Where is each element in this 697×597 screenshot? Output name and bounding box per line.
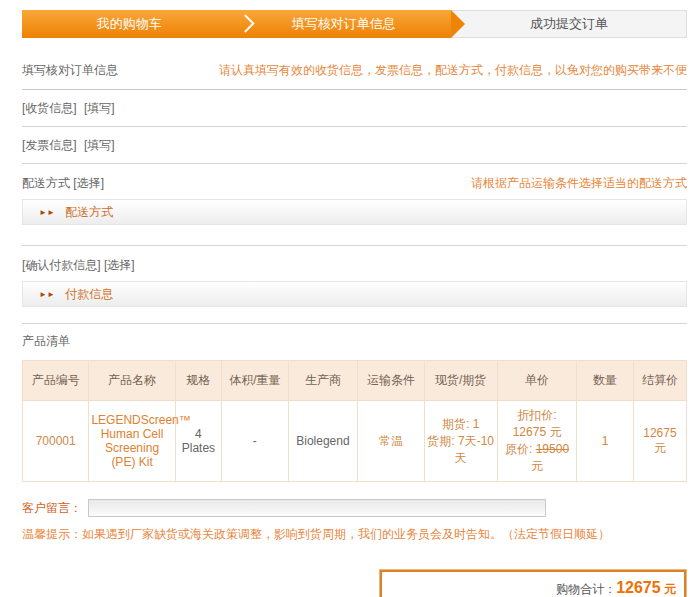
table-row: 700001 LEGENDScreen™ Human Cell Screenin… xyxy=(23,401,687,482)
purchase-total-line: 购物合计：12675 元 xyxy=(390,578,676,597)
shipping-info-fill-link[interactable]: [填写] xyxy=(84,101,115,115)
delivery-block: 配送方式 [选择] 请根据产品运输条件选择适当的配送方式 ►► 配送方式 xyxy=(22,164,687,246)
payment-panel-label: 付款信息 xyxy=(65,287,113,301)
col-quantity: 数量 xyxy=(577,361,633,401)
progress-steps-active: 我的购物车 填写核对订单信息 xyxy=(22,10,451,38)
section-header: 填写核对订单信息 请认真填写有效的收货信息，发票信息，配送方式，付款信息，以免对… xyxy=(22,38,687,90)
invoice-info-label: [发票信息] xyxy=(22,138,77,152)
col-manufacturer: 生产商 xyxy=(288,361,358,401)
col-unit-price: 单价 xyxy=(497,361,577,401)
delivery-panel-toggle[interactable]: ►► 配送方式 xyxy=(22,199,687,225)
step-my-cart[interactable]: 我的购物车 xyxy=(22,15,236,33)
delivery-label: 配送方式 xyxy=(22,176,70,190)
discount-price: 折扣价: 12675 元 xyxy=(500,407,575,441)
product-table: 产品编号 产品名称 规格 体积/重量 生产商 运输条件 现货/期货 单价 数量 … xyxy=(22,360,687,482)
invoice-info-fill-link[interactable]: [填写] xyxy=(84,138,115,152)
delivery-panel-label: 配送方式 xyxy=(65,205,113,219)
col-spec: 规格 xyxy=(175,361,221,401)
customer-message-label: 客户留言： xyxy=(22,500,82,517)
cell-volume: - xyxy=(222,401,288,482)
payment-sub-head: [确认付款信息] [选择] xyxy=(22,246,687,281)
col-product-id: 产品编号 xyxy=(23,361,89,401)
page-title: 填写核对订单信息 xyxy=(22,62,118,79)
invoice-info-row: [发票信息] [填写] xyxy=(22,127,687,164)
double-arrow-icon: ►► xyxy=(39,208,55,217)
purchase-total-value: 12675 xyxy=(616,579,661,596)
cell-settle-price: 12675 元 xyxy=(633,401,686,482)
shipping-info-label: [收货信息] xyxy=(22,101,77,115)
col-stock: 现货/期货 xyxy=(424,361,497,401)
original-price-struck: 19500 xyxy=(536,442,569,456)
progress-steps: 我的购物车 填写核对订单信息 成功提交订单 xyxy=(22,10,687,38)
delivery-notice: 请根据产品运输条件选择适当的配送方式 xyxy=(471,175,687,192)
totals-area: 购物合计：12675 元 运费：0 元 您需支付：12675 元 最终实付金额以… xyxy=(22,569,687,597)
totals-box: 购物合计：12675 元 运费：0 元 您需支付：12675 元 最终实付金额以… xyxy=(379,569,687,597)
progress-steps-pending: 成功提交订单 xyxy=(451,10,687,38)
customer-message-input[interactable] xyxy=(88,499,546,517)
table-header-row: 产品编号 产品名称 规格 体积/重量 生产商 运输条件 现货/期货 单价 数量 … xyxy=(23,361,687,401)
step-submit-success: 成功提交订单 xyxy=(530,15,608,33)
shipping-info-row: [收货信息] [填写] xyxy=(22,90,687,127)
col-transport: 运输条件 xyxy=(358,361,424,401)
payment-label: [确认付款信息] xyxy=(22,258,101,272)
delivery-sub-head: 配送方式 [选择] 请根据产品运输条件选择适当的配送方式 xyxy=(22,164,687,199)
step-arrow-tip-icon xyxy=(451,10,465,38)
section-notice: 请认真填写有效的收货信息，发票信息，配送方式，付款信息，以免对您的购买带来不便 xyxy=(219,62,687,79)
payment-panel-toggle[interactable]: ►► 付款信息 xyxy=(22,281,687,307)
cell-unit-price: 折扣价: 12675 元 原价: 19500 元 xyxy=(497,401,577,482)
double-arrow-icon: ►► xyxy=(39,290,55,299)
cell-stock: 期货: 1 货期: 7天-10天 xyxy=(424,401,497,482)
cell-product-name-link[interactable]: LEGENDScreen™ Human Cell Screening (PE) … xyxy=(89,401,175,482)
original-price: 原价: 19500 元 xyxy=(500,441,575,475)
payment-block: [确认付款信息] [选择] ►► 付款信息 xyxy=(22,246,687,324)
checkout-page: 我的购物车 填写核对订单信息 成功提交订单 填写核对订单信息 请认真填写有效的收… xyxy=(22,10,687,597)
cell-product-id: 700001 xyxy=(23,401,89,482)
col-settle-price: 结算价 xyxy=(633,361,686,401)
cell-quantity: 1 xyxy=(577,401,633,482)
purchase-total-label: 购物合计： xyxy=(556,582,616,596)
cell-transport: 常温 xyxy=(358,401,424,482)
payment-select-link[interactable]: [选择] xyxy=(104,258,135,272)
col-volume: 体积/重量 xyxy=(222,361,288,401)
col-product-name: 产品名称 xyxy=(89,361,175,401)
step-fill-order-info: 填写核对订单信息 xyxy=(236,15,450,33)
cell-manufacturer: Biolegend xyxy=(288,401,358,482)
product-list-title: 产品清单 xyxy=(22,324,687,360)
warm-tip: 温馨提示：如果遇到厂家缺货或海关政策调整，影响到货周期，我们的业务员会及时告知。… xyxy=(22,526,687,543)
customer-message-row: 客户留言： xyxy=(22,499,687,517)
delivery-select-link[interactable]: [选择] xyxy=(73,176,104,190)
